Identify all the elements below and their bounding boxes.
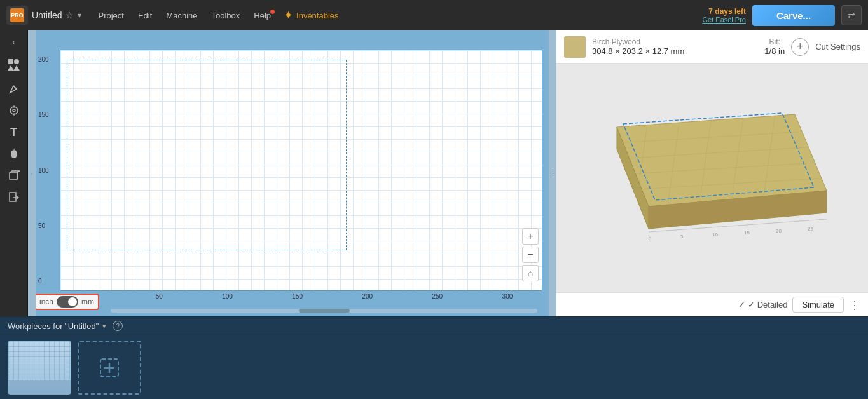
sidebar-item-text[interactable]: T — [3, 122, 25, 142]
text-tool-icon: T — [10, 126, 17, 139]
checkmark-icon: ✓ — [738, 300, 745, 309]
svg-text:15: 15 — [744, 230, 750, 236]
workpieces-items — [0, 335, 868, 399]
x-axis: 0 50 100 150 200 250 300 — [63, 293, 542, 300]
sidebar: ‹ — [0, 30, 28, 316]
sidebar-item-apps[interactable] — [3, 144, 25, 164]
svg-text:10: 10 — [712, 232, 718, 238]
view-controls: ✓ ✓ Detailed Simulate ⋮ — [556, 292, 868, 316]
svg-text:0: 0 — [649, 236, 652, 241]
sidebar-item-shapes[interactable] — [3, 55, 25, 75]
home-button[interactable]: ⌂ — [522, 265, 539, 281]
detailed-view-button[interactable]: ✓ ✓ Detailed — [738, 300, 787, 309]
chevron-down-icon[interactable]: ▾ — [78, 11, 81, 20]
import-icon — [8, 191, 20, 203]
svg-rect-0 — [8, 59, 13, 64]
target-icon — [8, 105, 20, 116]
bit-size: 1/8 in — [764, 46, 785, 56]
simulate-button[interactable]: Simulate — [792, 297, 844, 313]
material-info: Birch Plywood 304.8 × 203.2 × 12.7 mm — [592, 37, 758, 56]
mm-label: mm — [81, 297, 94, 306]
inch-label: inch — [39, 297, 53, 306]
workpieces-dropdown-icon[interactable]: ▾ — [102, 322, 106, 330]
carve-button[interactable]: Carve... — [752, 5, 835, 26]
h-scrollbar-thumb[interactable] — [299, 309, 350, 313]
material-name: Birch Plywood — [592, 37, 758, 46]
material-bar: Birch Plywood 304.8 × 203.2 × 12.7 mm Bi… — [556, 30, 868, 64]
workpiece-outline — [67, 60, 347, 250]
sidebar-item-3d[interactable] — [3, 165, 25, 186]
pro-badge[interactable]: PRO — [6, 6, 28, 25]
unit-toggle[interactable]: inch mm — [34, 294, 99, 310]
svg-point-1 — [14, 59, 19, 64]
sidebar-collapse-button[interactable]: ‹ — [8, 33, 19, 51]
unit-toggle-switch[interactable] — [57, 296, 78, 308]
svg-rect-11 — [10, 193, 16, 201]
nav-toolbox[interactable]: Toolbox — [205, 7, 246, 24]
canvas-collapse-right[interactable]: ····· — [549, 30, 556, 316]
top-right-actions: 7 days left Get Easel Pro Carve... ⇄ — [703, 5, 862, 26]
inventables-icon: ✦ — [284, 8, 293, 22]
shapes-icon — [8, 58, 20, 71]
sidebar-item-circle[interactable] — [3, 100, 25, 121]
nav-help[interactable]: Help — [247, 7, 277, 24]
canvas-area: · ····· 200 150 100 50 0 0 50 100 150 20… — [28, 30, 556, 316]
pro-icon: PRO — [10, 8, 24, 22]
sidebar-shapes-group — [3, 52, 25, 78]
cut-settings-button[interactable]: Cut Settings — [815, 42, 860, 51]
main-area: ‹ — [0, 30, 868, 316]
3d-board-svg: 0 5 10 15 20 25 — [585, 89, 839, 267]
zoom-controls: + − ⌂ — [522, 228, 539, 281]
workpieces-title: Workpieces for "Untitled" — [8, 321, 99, 331]
add-workpiece-icon — [99, 358, 120, 378]
apple-icon — [8, 148, 20, 159]
bit-info: Bit: 1/8 in — [764, 37, 785, 56]
workpieces-header: Workpieces for "Untitled" ▾ ? — [0, 317, 868, 335]
inventables-logo[interactable]: ✦ Inventables — [284, 7, 339, 24]
toggle-knob — [68, 297, 77, 306]
nav-machine[interactable]: Machine — [160, 7, 203, 24]
h-scrollbar-track[interactable] — [111, 309, 537, 313]
svg-rect-9 — [10, 173, 17, 179]
material-dims: 304.8 × 203.2 × 12.7 mm — [592, 46, 758, 56]
sidebar-item-import[interactable] — [3, 187, 25, 207]
sidebar-item-pen[interactable] — [3, 79, 25, 99]
svg-text:25: 25 — [808, 226, 813, 232]
zoom-out-button[interactable]: − — [522, 247, 539, 263]
more-options-button[interactable]: ⋮ — [849, 298, 860, 312]
get-easel-pro-link[interactable]: Get Easel Pro — [703, 16, 746, 24]
nav-project[interactable]: Project — [92, 7, 130, 24]
svg-text:20: 20 — [776, 228, 782, 234]
box-icon — [8, 170, 20, 181]
workpiece-label — [8, 380, 71, 394]
star-icon[interactable]: ☆ — [65, 10, 74, 20]
add-cut-button[interactable]: + — [791, 38, 809, 56]
preview-container: 0 5 10 15 20 25 — [556, 64, 868, 292]
nav-menu: Project Edit Machine Toolbox Help ✦ Inve… — [92, 7, 338, 24]
svg-text:5: 5 — [680, 234, 684, 240]
days-left-info: 7 days left Get Easel Pro — [703, 7, 746, 24]
app-title: Untitled — [32, 10, 62, 20]
workpieces-panel: Workpieces for "Untitled" ▾ ? — [0, 316, 868, 399]
3d-preview: 0 5 10 15 20 25 — [556, 64, 868, 292]
expand-button[interactable]: ⇄ — [841, 5, 862, 25]
material-swatch[interactable] — [564, 36, 586, 58]
nav-edit[interactable]: Edit — [132, 7, 158, 24]
work-canvas[interactable] — [60, 50, 542, 291]
pen-icon — [8, 83, 20, 95]
svg-point-6 — [13, 109, 15, 112]
days-left-text: 7 days left — [703, 7, 746, 16]
zoom-in-button[interactable]: + — [522, 228, 539, 245]
workpieces-help-icon[interactable]: ? — [113, 321, 123, 331]
bit-label: Bit: — [764, 37, 785, 46]
workpiece-item-active[interactable] — [8, 341, 71, 395]
canvas-collapse-left[interactable]: · — [28, 30, 36, 316]
y-axis: 200 150 100 50 0 — [38, 56, 49, 285]
svg-marker-2 — [8, 65, 14, 71]
topbar: PRO Untitled ☆ ▾ Project Edit Machine To… — [0, 0, 868, 30]
right-panel: Birch Plywood 304.8 × 203.2 × 12.7 mm Bi… — [556, 30, 868, 316]
add-workpiece-button[interactable] — [78, 341, 141, 395]
svg-marker-13 — [617, 114, 827, 206]
workpiece-grid — [8, 341, 71, 379]
